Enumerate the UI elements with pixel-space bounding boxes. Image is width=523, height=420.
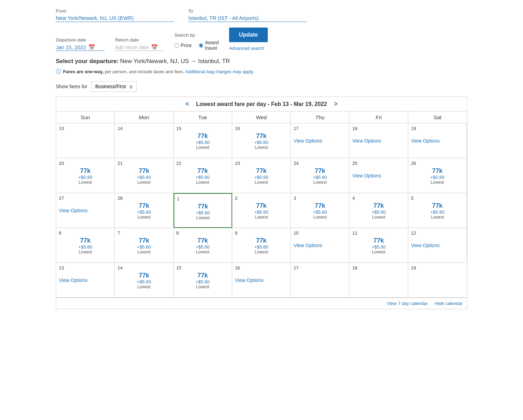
view-options-link[interactable]: View Options [294,138,346,144]
calendar-cell[interactable]: 1477k+$5.60Lowest [115,263,173,298]
view-options-link[interactable]: View Options [235,277,288,283]
cell-fare[interactable]: 77k+$5.60Lowest [352,202,405,220]
calendar-next-button[interactable]: > [334,100,338,108]
cell-fare[interactable]: 77k+$5.60Lowest [411,167,464,185]
calendar-cell[interactable]: 1677k+$5.60Lowest [232,123,291,158]
calendar-cell[interactable]: 377k+$5.60Lowest [291,193,349,228]
cell-fare[interactable]: 77k+$5.60Lowest [176,132,229,150]
calendar-cell[interactable]: 877k+$5.60Lowest [174,228,232,263]
view-options-link[interactable]: View Options [59,208,112,213]
cell-fare[interactable]: 77k+$5.60Lowest [177,203,229,220]
cell-fare[interactable]: 77k+$5.60Lowest [235,202,288,220]
calendar-cell[interactable]: 677k+$5.60Lowest [56,228,115,263]
cell-date: 8 [176,230,179,236]
calendar-cell[interactable]: 12View Options [408,228,467,263]
price-radio[interactable]: Price [174,43,192,48]
day-header-wed: Wed [232,112,291,123]
to-input[interactable]: Istanbul, TR (IST - All Airports) [188,15,307,22]
cell-fare[interactable]: 77k+$5.60Lowest [235,237,288,254]
cell-fee: +$5.60 [118,279,170,284]
cell-fare[interactable]: 77k+$5.60Lowest [118,202,170,220]
advanced-search-link[interactable]: Advanced search [229,46,264,51]
calendar-cell[interactable]: 1577k+$5.60Lowest [174,123,232,158]
update-button[interactable]: Update [229,28,267,42]
cell-fare[interactable]: 77k+$5.60Lowest [235,132,288,150]
cell-fee: +$5.60 [411,175,464,180]
price-radio-input[interactable] [174,43,179,48]
to-group: To Istanbul, TR (IST - All Airports) [188,8,307,22]
cell-fee: +$5.60 [352,244,405,250]
cell-date: 26 [411,161,416,166]
calendar-cell[interactable]: 18View Options [349,123,408,158]
search-form: From New York/Newark, NJ, US (EWR) To Is… [56,8,467,51]
award-radio-input[interactable] [199,43,203,48]
search-by-group: Search by: Price Award travel [174,32,219,51]
cell-fare[interactable]: 77k+$5.60Lowest [59,167,112,185]
cell-fare[interactable]: 77k+$5.60Lowest [235,167,288,185]
cell-date: 15 [176,265,181,270]
cell-fare[interactable]: 77k+$5.60Lowest [352,237,405,254]
calendar-cell[interactable]: 2277k+$5.60Lowest [174,158,232,193]
view-options-link[interactable]: View Options [411,138,464,144]
calendar-cell[interactable]: 17View Options [291,123,349,158]
calendar-cell[interactable]: 2877k+$5.60Lowest [115,193,173,228]
cell-lowest: Lowest [235,215,288,220]
bag-charges-link[interactable]: Additional bag charges may apply. [185,69,254,74]
price-radio-label: Price [181,43,192,48]
cell-lowest: Lowest [235,145,288,150]
calendar-cell[interactable]: 2077k+$5.60Lowest [56,158,115,193]
view-options-link[interactable]: View Options [59,277,112,283]
calendar-cell[interactable]: 777k+$5.60Lowest [115,228,173,263]
calendar-cell[interactable]: 977k+$5.60Lowest [232,228,291,263]
calendar-cell[interactable]: 2177k+$5.60Lowest [115,158,173,193]
departure-date-value[interactable]: Jan 15, 2022 📅 [56,44,105,51]
calendar-prev-button[interactable]: < [185,100,189,108]
calendar-cell[interactable]: 25View Options [349,158,408,193]
calendar-cell[interactable]: 577k+$5.60Lowest [408,193,467,228]
fares-select[interactable]: Business/First Economy [91,81,137,92]
cell-date: 12 [411,230,416,236]
hide-calendar-link[interactable]: Hide calendar [435,301,463,306]
cell-fare[interactable]: 77k+$5.60Lowest [118,272,170,289]
cell-fare[interactable]: 77k+$5.60Lowest [294,167,346,185]
fares-select-wrapper[interactable]: Business/First Economy [91,81,137,92]
cell-fare[interactable]: 77k+$5.60Lowest [411,202,464,220]
view-options-link[interactable]: View Options [294,243,346,248]
cell-fare[interactable]: 77k+$5.60Lowest [176,237,229,254]
view-options-link[interactable]: View Options [352,173,405,178]
calendar-cell[interactable]: 2677k+$5.60Lowest [408,158,467,193]
departure-calendar-icon[interactable]: 📅 [88,44,95,51]
view-options-link[interactable]: View Options [352,138,405,144]
calendar-cell[interactable]: 1577k+$5.60Lowest [174,263,232,298]
departure-route: New York/Newark, NJ, US → Istanbul, TR [120,58,230,64]
calendar-cell[interactable]: 19View Options [408,123,467,158]
calendar-grid: 13141577k+$5.60Lowest1677k+$5.60Lowest17… [56,123,467,298]
from-input[interactable]: New York/Newark, NJ, US (EWR) [56,15,174,22]
cell-fare[interactable]: 77k+$5.60Lowest [118,237,170,254]
calendar-cell[interactable]: 27View Options [56,193,115,228]
cell-date: 4 [352,196,355,201]
calendar-cell[interactable]: 177k+$5.60Lowest [174,193,232,228]
calendar-cell[interactable]: 16View Options [232,263,291,298]
calendar-cell[interactable]: 477k+$5.60Lowest [349,193,408,228]
cell-fare[interactable]: 77k+$5.60Lowest [176,167,229,185]
award-radio[interactable]: Award travel [199,40,219,51]
cell-fare[interactable]: 77k+$5.60Lowest [176,272,229,289]
calendar-cell[interactable]: 277k+$5.60Lowest [232,193,291,228]
cell-lowest: Lowest [294,215,346,220]
cell-lowest: Lowest [59,180,112,185]
cell-fare[interactable]: 77k+$5.60Lowest [118,167,170,185]
calendar-cell[interactable]: 2377k+$5.60Lowest [232,158,291,193]
view-options-link[interactable]: View Options [411,243,464,248]
return-calendar-icon[interactable]: 📅 [151,44,158,51]
calendar-cell[interactable]: 10View Options [291,228,349,263]
cell-date: 9 [235,230,237,236]
return-date-input[interactable]: Add return date 📅 [115,44,164,51]
cell-fare[interactable]: 77k+$5.60Lowest [59,237,112,254]
calendar-cell[interactable]: 13View Options [56,263,115,298]
view-7day-link[interactable]: View 7 day calendar [387,301,428,306]
calendar-cell[interactable]: 2477k+$5.60Lowest [291,158,349,193]
calendar-cell[interactable]: 1177k+$5.60Lowest [349,228,408,263]
cell-fare[interactable]: 77k+$5.60Lowest [294,202,346,220]
day-header-fri: Fri [349,112,408,123]
